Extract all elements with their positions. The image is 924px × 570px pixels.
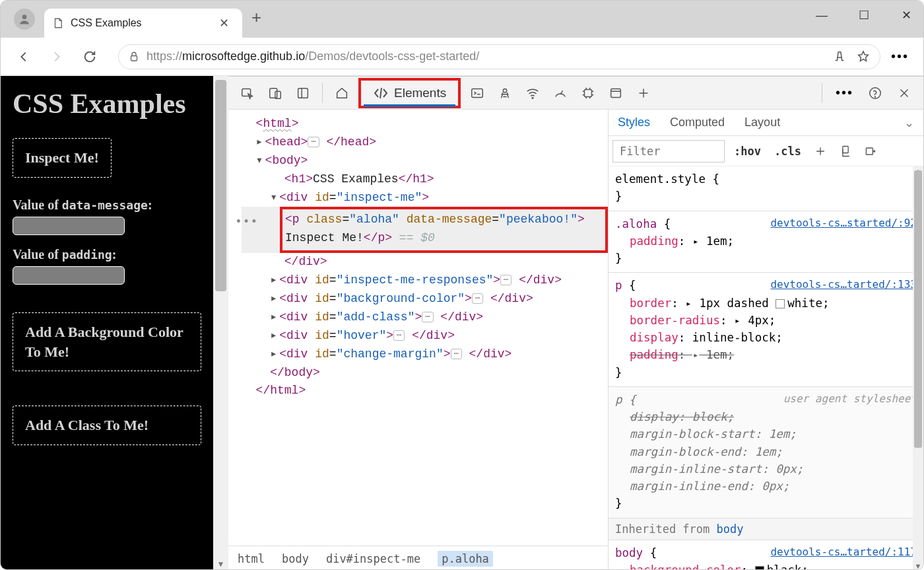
dom-panel: <html> ▸<head>⋯ </head> ▾<body> <h1>CSS … [228, 110, 609, 570]
rule-p[interactable]: p {devtools-cs…tarted/:133 border: ▸ 1px… [609, 273, 923, 387]
welcome-icon[interactable] [329, 81, 354, 106]
copy-styles-icon[interactable] [836, 141, 855, 161]
maximize-button[interactable]: ☐ [851, 5, 877, 26]
svg-rect-7 [472, 89, 483, 97]
devtools: Elements ••• <html> ▸<head>⋯ </head> ▾<b… [228, 76, 923, 570]
svg-point-0 [22, 15, 27, 19]
new-tab-button[interactable]: + [242, 7, 271, 28]
close-window-button[interactable]: ✕ [893, 5, 919, 26]
rendered-page: CSS Examples Inspect Me! Value of data-m… [1, 76, 213, 570]
read-aloud-icon[interactable] [832, 50, 847, 64]
code-icon [373, 85, 389, 101]
inherited-from-header: Inherited from body [609, 518, 923, 540]
browser-tab[interactable]: CSS Examples ✕ [44, 9, 242, 38]
console-icon[interactable] [465, 81, 490, 106]
data-message-input[interactable] [13, 217, 125, 235]
styles-scrollbar[interactable]: ▲ ▼ [913, 166, 923, 570]
refresh-button[interactable] [76, 43, 104, 71]
styles-panel: Styles Computed Layout ⌄ :hov .cls eleme… [609, 110, 923, 570]
sources-icon[interactable] [492, 81, 517, 106]
inspect-me-box[interactable]: Inspect Me! [13, 138, 112, 178]
dock-icon[interactable] [290, 81, 315, 106]
breadcrumb-item[interactable]: div#inspect-me [326, 552, 420, 565]
breadcrumb-item-selected[interactable]: p.aloha [438, 551, 493, 567]
dom-tree[interactable]: <html> ▸<head>⋯ </head> ▾<body> <h1>CSS … [228, 110, 608, 546]
tab-title: CSS Examples [71, 17, 142, 29]
svg-point-16 [875, 96, 876, 97]
window-controls: — ☐ ✕ [808, 5, 919, 26]
add-class-box[interactable]: Add A Class To Me! [13, 406, 201, 445]
svg-rect-10 [585, 89, 592, 96]
more-tabs-chevron-icon[interactable]: ⌄ [904, 116, 914, 130]
svg-point-9 [532, 97, 533, 98]
svg-rect-2 [242, 89, 251, 96]
svg-rect-22 [866, 148, 873, 155]
url-text: https://microsoftedge.github.io/Demos/de… [147, 50, 479, 63]
devtools-toolbar: Elements ••• [228, 77, 923, 110]
scroll-down-icon[interactable]: ▼ [913, 561, 923, 570]
device-toggle-icon[interactable] [263, 81, 288, 106]
add-class-text: Add A Class To Me! [25, 415, 189, 435]
memory-icon[interactable] [576, 81, 601, 106]
bg-color-box[interactable]: Add A Background Color To Me! [13, 312, 201, 371]
svg-rect-11 [611, 89, 621, 97]
svg-point-8 [503, 89, 507, 92]
svg-rect-21 [843, 146, 848, 153]
close-devtools-icon[interactable] [892, 81, 917, 106]
rule-aloha[interactable]: .aloha {devtools-cs…started/:92 padding:… [609, 211, 923, 273]
minimize-button[interactable]: — [808, 5, 835, 26]
forward-button[interactable] [43, 43, 71, 71]
layout-tab[interactable]: Layout [744, 116, 780, 129]
rule-body[interactable]: body {devtools-cs…tarted/:117 background… [609, 540, 923, 571]
hov-button[interactable]: :hov [730, 145, 765, 158]
elements-tab[interactable]: Elements [358, 78, 461, 108]
page-scrollbar[interactable]: ▲ ▼ [213, 76, 228, 570]
rule-element-style[interactable]: element.style { } [609, 166, 923, 211]
rule-p-ua[interactable]: p {user agent stylesheet display: block;… [609, 387, 923, 518]
devtools-body: <html> ▸<head>⋯ </head> ▾<body> <h1>CSS … [228, 110, 923, 570]
response-label-1: Value of data-message: [13, 197, 201, 213]
profile-avatar[interactable] [14, 9, 35, 30]
cls-button[interactable]: .cls [770, 145, 805, 158]
browser-menu-icon[interactable]: ••• [886, 49, 914, 64]
elements-tab-label: Elements [394, 86, 446, 100]
titlebar: CSS Examples ✕ + — ☐ ✕ [1, 1, 923, 38]
styles-toolbar: :hov .cls [609, 136, 923, 166]
scroll-down-icon[interactable]: ▼ [213, 557, 228, 570]
padding-input[interactable] [13, 266, 125, 285]
inspect-me-text: Inspect Me! [25, 148, 99, 168]
url-box[interactable]: https://microsoftedge.github.io/Demos/de… [118, 44, 880, 69]
address-bar: https://microsoftedge.github.io/Demos/de… [1, 38, 923, 76]
styles-tab[interactable]: Styles [618, 116, 650, 129]
devtools-more-icon[interactable]: ••• [830, 85, 859, 100]
close-tab-icon[interactable]: ✕ [216, 16, 232, 30]
response-label-2: Value of padding: [13, 247, 201, 262]
toggle-computed-icon[interactable] [861, 141, 880, 161]
scrollbar-thumb[interactable] [215, 80, 226, 291]
computed-tab[interactable]: Computed [670, 116, 725, 129]
svg-rect-1 [131, 55, 137, 61]
styles-rules[interactable]: element.style { } .aloha {devtools-cs…st… [609, 166, 923, 570]
breadcrumb-item[interactable]: html [238, 552, 265, 565]
lock-icon [128, 51, 140, 63]
application-icon[interactable] [603, 81, 628, 106]
new-style-rule-icon[interactable] [810, 141, 830, 161]
svg-rect-3 [270, 88, 277, 98]
performance-icon[interactable] [548, 81, 573, 106]
selected-dom-node[interactable]: <p class="aloha" data-message="peekaboo!… [280, 207, 608, 253]
inspect-element-icon[interactable] [235, 81, 260, 106]
svg-rect-5 [298, 88, 308, 98]
styles-tabs: Styles Computed Layout ⌄ [609, 110, 923, 136]
more-tabs-icon[interactable] [631, 81, 656, 106]
help-icon[interactable] [863, 81, 888, 106]
content-area: CSS Examples Inspect Me! Value of data-m… [1, 76, 923, 570]
back-button[interactable] [10, 43, 38, 71]
breadcrumb-item[interactable]: body [282, 552, 309, 565]
network-icon[interactable] [520, 81, 545, 106]
bg-color-text: Add A Background Color To Me! [25, 322, 189, 361]
page-icon [52, 17, 64, 29]
scrollbar-thumb[interactable] [914, 170, 922, 448]
styles-filter-input[interactable] [612, 140, 725, 162]
favorite-icon[interactable] [856, 50, 871, 64]
dom-breadcrumb: html body div#inspect-me p.aloha [228, 546, 608, 570]
